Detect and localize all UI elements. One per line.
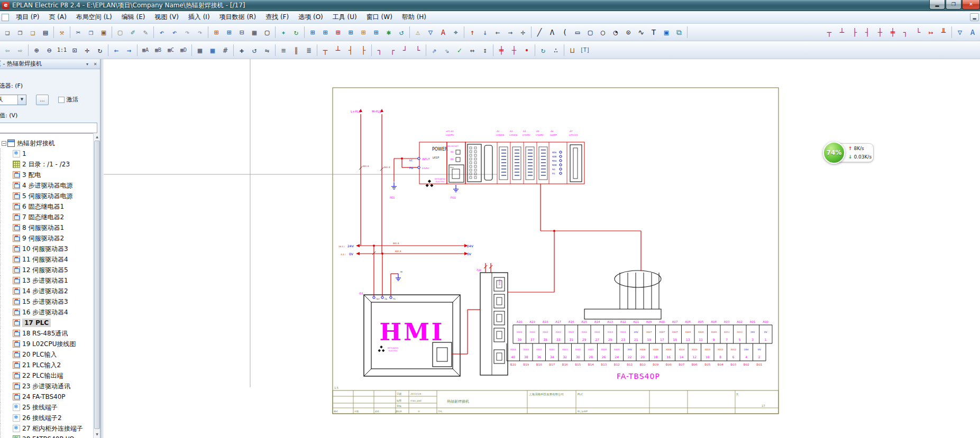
snap-grid-icon[interactable]: ▦ xyxy=(206,44,219,57)
topology-navigator-icon[interactable]: ⊞ xyxy=(344,26,357,39)
new-page-icon[interactable]: ❏ xyxy=(1,26,14,39)
t-node-left-icon[interactable]: ┤ xyxy=(344,44,357,57)
checkbox-icon[interactable] xyxy=(58,97,65,103)
draw-ellipse-icon[interactable]: ⊙ xyxy=(622,26,635,39)
tree-item-page-5[interactable]: 5 伺服驱动器电源 xyxy=(0,191,93,201)
distribute-icon[interactable]: ≣ xyxy=(303,44,315,57)
conn-h-icon[interactable]: ↔ xyxy=(466,44,479,57)
refresh-icon[interactable]: ↻ xyxy=(290,26,303,39)
goto-up-icon[interactable]: ↑ xyxy=(466,26,479,39)
redo-icon[interactable]: ↷ xyxy=(181,26,194,39)
menu-item-3[interactable]: 布局空间 (L) xyxy=(71,12,117,22)
goto-center-icon[interactable]: ✛ xyxy=(517,26,529,39)
tree-item-page-22[interactable]: 22 PLC输出端 xyxy=(0,370,93,381)
tree-item-page-23[interactable]: 23 步进驱动通讯 xyxy=(0,381,93,392)
cable-navigator-icon[interactable]: ⊞ xyxy=(332,26,344,39)
menu-item-7[interactable]: 项目数据 (R) xyxy=(215,12,261,22)
align-h-icon[interactable]: ≡ xyxy=(277,44,290,57)
menu-item-1[interactable]: 项目 (P) xyxy=(11,12,44,22)
plc-navigator-icon[interactable]: ⊞ xyxy=(319,26,332,39)
print-icon[interactable]: ▤ xyxy=(39,26,52,39)
tree-item-page-28[interactable]: 28 FATBS40P I/O xyxy=(0,434,93,438)
bom-navigator-icon[interactable]: ⊞ xyxy=(370,26,382,39)
conn-dot-icon[interactable]: • xyxy=(520,44,533,57)
goto-down-icon[interactable]: ↓ xyxy=(479,26,491,39)
net-speed-badge[interactable]: 74% ↑ 8K/s ↓ 0.03K/s xyxy=(823,142,874,164)
goto-left-icon[interactable]: ← xyxy=(491,26,504,39)
tree-item-page-25[interactable]: 25 接线端子 xyxy=(0,402,93,413)
parts-sync-icon[interactable]: ✱ xyxy=(382,26,395,39)
draw-spline-icon[interactable]: ∿ xyxy=(635,26,647,39)
schematic-drawing[interactable]: 日期2013/1/4绘图mao_pad审核热辐射焊接机上海润格科技发展有限公司P… xyxy=(104,59,980,438)
pan-icon[interactable]: ✛ xyxy=(81,44,94,57)
junction-icon[interactable]: ┼ xyxy=(508,44,520,57)
page-macro-icon[interactable]: ⊟ xyxy=(235,26,248,39)
settings-wrench-icon[interactable]: ⚒ xyxy=(56,26,68,39)
text-frame-icon[interactable]: [T] xyxy=(579,44,591,57)
corner-dl-icon[interactable]: ┐ xyxy=(373,44,386,57)
tree-item-page-24[interactable]: 24 FA-TBS40P xyxy=(0,392,93,402)
project-update-icon[interactable]: ↺ xyxy=(395,26,408,39)
redo-list-icon[interactable]: ↷ xyxy=(194,26,206,39)
schematic-canvas[interactable]: 日期2013/1/4绘图mao_pad审核热辐射焊接机上海润格科技发展有限公司P… xyxy=(104,59,980,438)
tree-item-page-7[interactable]: 7 固态继电器2 xyxy=(0,212,93,222)
grid-toggle-icon[interactable]: ▦ xyxy=(194,44,206,57)
tree-item-page-4[interactable]: 4 步进驱动器电源 xyxy=(0,180,93,191)
route-ne-icon[interactable]: ⇗ xyxy=(428,44,441,57)
back-icon[interactable]: ← xyxy=(110,44,123,57)
interruption-point-icon[interactable]: ↦ xyxy=(924,26,937,39)
tree-item-page-8[interactable]: 8 伺服驱动器1 xyxy=(0,222,93,233)
mirror-icon[interactable]: ⇋ xyxy=(261,44,273,57)
tree-item-page-17[interactable]: 17 PLC xyxy=(0,318,93,328)
tree-item-page-13[interactable]: 13 步进驱动器1 xyxy=(0,275,93,286)
move-icon[interactable]: ✚ xyxy=(235,44,248,57)
redraw-icon[interactable]: ↻ xyxy=(94,44,106,57)
table-edit-icon[interactable]: ⊞ xyxy=(210,26,223,39)
scrollbar-thumb[interactable] xyxy=(94,141,100,429)
tree-root-project[interactable]: −热辐射焊接机 xyxy=(0,138,93,148)
tree-item-page-2[interactable]: 2 目录 : /1 - /23 xyxy=(0,159,93,170)
corner-dr-icon[interactable]: ┌ xyxy=(386,44,399,57)
tree-item-page-16[interactable]: 16 步进驱动器4 xyxy=(0,307,93,318)
panel-close-icon[interactable]: ✕ xyxy=(91,61,99,68)
zoom-in-icon[interactable]: ⊕ xyxy=(30,44,43,57)
panel-header[interactable]: 页 - 热辐射焊接机 ▾ ✕ xyxy=(0,59,100,69)
zoom-out-icon[interactable]: ⊖ xyxy=(43,44,56,57)
menu-item-2[interactable]: 页 (A) xyxy=(44,12,71,22)
navigator-star-icon[interactable]: ✦ xyxy=(277,26,290,39)
draw-rect-icon[interactable]: ▭ xyxy=(571,26,584,39)
draw-arc-sector-icon[interactable]: ◔ xyxy=(609,26,622,39)
cut-icon[interactable]: ✂ xyxy=(72,26,85,39)
search-dt-icon[interactable]: A xyxy=(437,26,450,39)
hyperlink-icon[interactable]: ⧉ xyxy=(673,26,685,39)
conn-corner1-icon[interactable]: ┐ xyxy=(899,26,912,39)
tree-scrollbar[interactable]: ▲ ▼ xyxy=(93,133,100,438)
insert-image-icon[interactable]: ▣ xyxy=(660,26,673,39)
select-region-icon[interactable]: ▢ xyxy=(114,26,126,39)
value-field[interactable] xyxy=(0,123,97,133)
terminal-navigator-icon[interactable]: ⊞ xyxy=(306,26,319,39)
format-brush-icon[interactable]: ✐ xyxy=(126,26,139,39)
title-bar[interactable]: e EPLAN Electric P8 2.4 - E:\EPLAN\项目\Co… xyxy=(0,0,980,11)
undo-list-icon[interactable]: ↶ xyxy=(168,26,181,39)
conn-corner2-icon[interactable]: └ xyxy=(912,26,924,39)
menu-item-5[interactable]: 视图 (V) xyxy=(150,12,183,22)
tree-item-page-15[interactable]: 15 步进驱动器3 xyxy=(0,296,93,307)
conn-t-down-icon[interactable]: ┬ xyxy=(823,26,836,39)
conn-double-icon[interactable]: ╪ xyxy=(886,26,899,39)
goto-right-icon[interactable]: → xyxy=(504,26,517,39)
tree-item-page-6[interactable]: 6 固态继电器1 xyxy=(0,201,93,212)
tree-item-page-27[interactable]: 27 柜内柜外连接端子 xyxy=(0,423,93,434)
tree-item-page-11[interactable]: 11 伺服驱动器4 xyxy=(0,254,93,265)
tree-item-page-20[interactable]: 20 PLC输入 xyxy=(0,349,93,360)
workspace-icon[interactable]: ▢ xyxy=(261,26,273,39)
grid-a-icon[interactable]: ▦A xyxy=(139,44,152,57)
draw-polyline-icon[interactable]: Λ xyxy=(546,26,558,39)
scroll-down-icon[interactable]: ▼ xyxy=(94,431,100,437)
close-button[interactable]: ✕ xyxy=(962,0,980,10)
insert-cart-icon[interactable]: ⊔ xyxy=(566,44,579,57)
conn-t-right-icon[interactable]: ├ xyxy=(848,26,861,39)
route-se-icon[interactable]: ⇘ xyxy=(441,44,453,57)
paste-icon[interactable]: ▣ xyxy=(97,26,110,39)
menu-item-4[interactable]: 编辑 (E) xyxy=(117,12,150,22)
